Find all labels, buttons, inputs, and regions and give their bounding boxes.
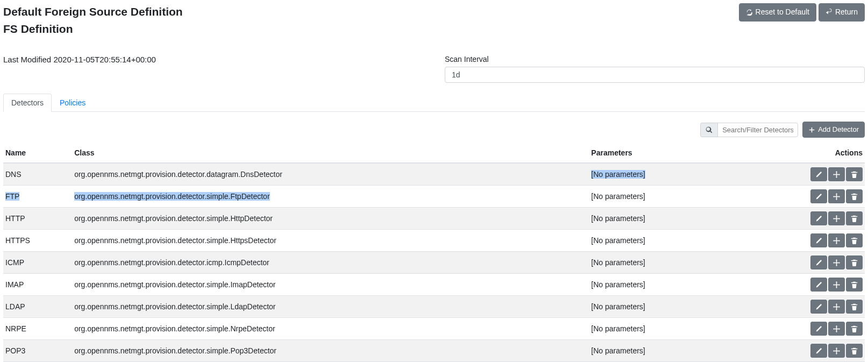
cell-name: HTTPS (3, 230, 72, 252)
pencil-icon (815, 215, 822, 222)
edit-button[interactable] (810, 322, 827, 336)
move-icon (833, 215, 840, 222)
cell-actions (762, 186, 865, 208)
move-icon (833, 325, 840, 332)
cell-name: DNS (3, 163, 72, 186)
cell-parameters: [No parameters] (589, 318, 761, 340)
table-row: LDAPorg.opennms.netmgt.provision.detecto… (3, 296, 865, 318)
scan-interval-input[interactable] (445, 67, 865, 83)
move-button[interactable] (828, 300, 845, 314)
delete-button[interactable] (846, 322, 863, 336)
add-detector-button[interactable]: Add Detector (802, 122, 865, 138)
search-group (700, 123, 798, 137)
edit-button[interactable] (810, 344, 827, 358)
cell-parameters: [No parameters] (589, 163, 761, 186)
tabs: Detectors Policies (3, 94, 865, 112)
tab-detectors[interactable]: Detectors (3, 94, 52, 112)
trash-icon (851, 237, 858, 244)
cell-name: IMAP (3, 274, 72, 296)
cell-class: org.opennms.netmgt.provision.detector.si… (72, 230, 589, 252)
edit-button[interactable] (810, 189, 827, 203)
cell-class: org.opennms.netmgt.provision.detector.si… (72, 186, 589, 208)
cell-class: org.opennms.netmgt.provision.detector.si… (72, 208, 589, 230)
pencil-icon (815, 347, 822, 354)
cell-parameters: [No parameters] (589, 208, 761, 230)
cell-name: ICMP (3, 252, 72, 274)
delete-button[interactable] (846, 278, 863, 292)
edit-button[interactable] (810, 300, 827, 314)
move-button[interactable] (828, 167, 845, 181)
move-button[interactable] (828, 278, 845, 292)
move-icon (833, 171, 840, 178)
col-name: Name (3, 143, 72, 163)
cell-class: org.opennms.netmgt.provision.detector.si… (72, 318, 589, 340)
trash-icon (851, 325, 858, 332)
trash-icon (851, 193, 858, 200)
move-button[interactable] (828, 344, 845, 358)
edit-button[interactable] (810, 211, 827, 225)
cell-actions (762, 274, 865, 296)
cell-actions (762, 340, 865, 362)
cell-class: org.opennms.netmgt.provision.detector.si… (72, 340, 589, 362)
move-button[interactable] (828, 233, 845, 247)
table-row: HTTPorg.opennms.netmgt.provision.detecto… (3, 208, 865, 230)
edit-button[interactable] (810, 167, 827, 181)
tab-policies[interactable]: Policies (52, 94, 94, 112)
return-arrow-icon (826, 9, 833, 16)
delete-button[interactable] (846, 211, 863, 225)
pencil-icon (815, 193, 822, 200)
table-row: HTTPSorg.opennms.netmgt.provision.detect… (3, 230, 865, 252)
move-button[interactable] (828, 211, 845, 225)
page-subtitle: FS Definition (3, 23, 183, 36)
delete-button[interactable] (846, 255, 863, 269)
delete-button[interactable] (846, 344, 863, 358)
search-input[interactable] (717, 123, 798, 137)
cell-parameters: [No parameters] (589, 296, 761, 318)
search-icon (700, 123, 717, 137)
move-button[interactable] (828, 322, 845, 336)
pencil-icon (815, 259, 822, 266)
move-icon (833, 281, 840, 288)
pencil-icon (815, 171, 822, 178)
cell-name: HTTP (3, 208, 72, 230)
delete-button[interactable] (846, 167, 863, 181)
scan-interval-label: Scan Interval (445, 55, 865, 63)
pencil-icon (815, 325, 822, 332)
pencil-icon (815, 237, 822, 244)
detectors-table: Name Class Parameters Actions DNSorg.ope… (3, 143, 865, 362)
col-actions: Actions (762, 143, 865, 163)
last-modified-text: Last Modified 2020-11-05T20:55:14+00:00 (3, 55, 423, 83)
plus-icon (808, 126, 815, 133)
cell-actions (762, 163, 865, 186)
delete-button[interactable] (846, 233, 863, 247)
edit-button[interactable] (810, 233, 827, 247)
move-icon (833, 237, 840, 244)
return-button[interactable]: Return (819, 3, 865, 22)
trash-icon (851, 281, 858, 288)
refresh-icon (746, 9, 753, 16)
move-button[interactable] (828, 255, 845, 269)
move-icon (833, 259, 840, 266)
cell-name: POP3 (3, 340, 72, 362)
delete-button[interactable] (846, 189, 863, 203)
move-icon (833, 193, 840, 200)
cell-class: org.opennms.netmgt.provision.detector.ic… (72, 252, 589, 274)
delete-button[interactable] (846, 300, 863, 314)
col-class: Class (72, 143, 589, 163)
cell-parameters: [No parameters] (589, 252, 761, 274)
cell-actions (762, 318, 865, 340)
cell-parameters: [No parameters] (589, 230, 761, 252)
cell-actions (762, 208, 865, 230)
pencil-icon (815, 281, 822, 288)
reset-to-default-button[interactable]: Reset to Default (739, 3, 816, 22)
cell-parameters: [No parameters] (589, 340, 761, 362)
cell-class: org.opennms.netmgt.provision.detector.si… (72, 296, 589, 318)
pencil-icon (815, 303, 822, 310)
edit-button[interactable] (810, 278, 827, 292)
move-button[interactable] (828, 189, 845, 203)
trash-icon (851, 215, 858, 222)
cell-actions (762, 230, 865, 252)
table-row: POP3org.opennms.netmgt.provision.detecto… (3, 340, 865, 362)
cell-name: LDAP (3, 296, 72, 318)
edit-button[interactable] (810, 255, 827, 269)
